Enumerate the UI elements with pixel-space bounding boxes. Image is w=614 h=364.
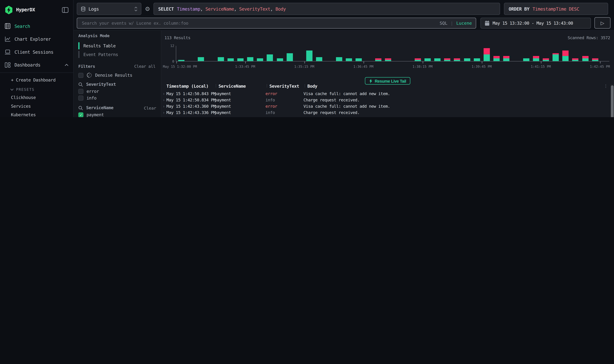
histogram-plot[interactable]: May 15 1:32:00 PM1:33:45 PM1:35:15 PM1:3… (176, 46, 609, 62)
histogram-bar[interactable] (434, 58, 441, 61)
sidebar-item-kubernetes[interactable]: Kubernetes (0, 109, 73, 117)
histogram-bar[interactable] (543, 58, 549, 61)
histogram-bar[interactable] (552, 53, 559, 61)
denoise-icon (87, 72, 92, 78)
select-columns-input[interactable]: SELECT Timestamp, ServiceName, SeverityT… (153, 3, 500, 15)
filter-option-info[interactable]: info (78, 95, 156, 101)
histogram-bar[interactable] (247, 57, 253, 61)
sidebar-item-label: Client Sessions (14, 49, 53, 55)
histogram-bar[interactable] (287, 53, 293, 61)
column-header-severitytext[interactable]: ⋮SeverityText (269, 84, 308, 89)
laptop-icon (5, 49, 11, 55)
sidebar-item-label: Search (14, 23, 30, 29)
order-by-input[interactable]: ORDER BY TimestampTime DESC (504, 3, 608, 15)
query-column: ServiceName (206, 6, 234, 12)
histogram-bar[interactable] (415, 58, 421, 61)
search-input[interactable] (81, 20, 436, 26)
column-resize-handle[interactable]: ⋮ (303, 84, 306, 88)
table-options-icon[interactable]: ⋮ (604, 84, 608, 88)
histogram-bar[interactable] (523, 58, 529, 61)
hyperdx-app: HyperDX Search Chart Explorer Client Ses… (0, 0, 614, 117)
histogram-bar[interactable] (178, 60, 184, 61)
gear-icon[interactable]: ⚙ (145, 6, 150, 13)
table-row[interactable]: ›May 15 1:42:43.336 PMpaymentinfoCharge … (161, 109, 609, 116)
histogram-bar[interactable] (306, 51, 313, 61)
cell-body: Charge request received. (303, 110, 608, 115)
denoise-label: Denoise Results (95, 73, 132, 78)
table-row[interactable]: ›May 15 1:42:36.188 PMpaymenterrorVisa c… (161, 116, 609, 117)
histogram-bar[interactable] (592, 58, 598, 61)
create-dashboard-button[interactable]: + Create Dashboard (0, 73, 73, 83)
order-by-value: TimestampTime DESC (533, 6, 579, 12)
cell-servicename: payment (215, 91, 265, 96)
histogram-bar[interactable] (572, 58, 579, 61)
histogram-bar[interactable] (277, 58, 283, 61)
column-header-servicename[interactable]: ⋮ServiceName (218, 84, 269, 89)
histogram-bar[interactable] (425, 58, 431, 61)
sidebar-item-services[interactable]: Services (0, 100, 73, 109)
filter-group-service-header: ServiceName Clear (78, 105, 156, 110)
column-header-body[interactable]: ⋮Body (307, 84, 608, 89)
sidebar-item-client-sessions[interactable]: Client Sessions (0, 45, 73, 58)
select-updown-icon (134, 6, 137, 11)
histogram-bar[interactable] (582, 56, 588, 61)
histogram-bar[interactable] (503, 56, 509, 61)
histogram-bar[interactable] (227, 58, 234, 61)
scrollbar-thumb[interactable] (611, 85, 614, 117)
select-keyword: SELECT (158, 6, 174, 12)
denoise-checkbox[interactable] (78, 73, 83, 78)
error-checkbox[interactable] (78, 89, 83, 94)
column-resize-handle[interactable]: ⋮ (265, 84, 268, 88)
tab-results-table[interactable]: Results Table (78, 41, 118, 50)
search-icon[interactable] (78, 82, 83, 87)
histogram-bar[interactable] (444, 58, 450, 61)
source-select[interactable]: Logs (77, 3, 141, 15)
info-checkbox[interactable] (78, 95, 83, 101)
clear-all-filters-button[interactable]: Clear all (134, 64, 156, 68)
table-row[interactable]: ›May 15 1:42:43.360 PMpaymenterrorVisa c… (161, 103, 609, 109)
sidebar-item-clickhouse[interactable]: Clickhouse (0, 91, 73, 100)
sidebar-item-dashboards[interactable]: Dashboards (0, 58, 73, 71)
histogram-bar[interactable] (316, 57, 322, 61)
tab-event-patterns[interactable]: Event Patterns (78, 50, 118, 59)
histogram-bar[interactable] (562, 51, 569, 61)
histogram-bar[interactable] (267, 54, 273, 61)
histogram-bar[interactable] (257, 58, 263, 61)
time-range-picker[interactable]: May 15 13:32:00 - May 15 13:43:00 (481, 18, 591, 29)
histogram-bar[interactable] (198, 57, 204, 61)
column-header-timestamp[interactable]: Timestamp (Local) (166, 84, 218, 89)
histogram-bar[interactable] (494, 56, 500, 61)
histogram-bar[interactable] (346, 58, 352, 61)
scrollbar-track[interactable] (611, 84, 614, 117)
table-row[interactable]: ›May 15 1:42:50.834 PMpaymentinfoCharge … (161, 97, 609, 103)
histogram-bar[interactable] (237, 58, 244, 61)
histogram-bar[interactable] (464, 58, 470, 61)
search-icon[interactable] (78, 105, 83, 110)
run-query-button[interactable]: ▷ (594, 17, 611, 29)
histogram-bar[interactable] (336, 57, 342, 61)
resume-live-tail-button[interactable]: Resume Live Tail (365, 77, 410, 85)
sidebar-collapse-icon[interactable] (62, 7, 68, 13)
clear-service-filter-button[interactable]: Clear (144, 105, 156, 110)
presets-toggle[interactable]: PRESETS (0, 83, 73, 91)
histogram-bar[interactable] (483, 48, 490, 61)
payment-checkbox[interactable]: ✓ (78, 112, 83, 117)
tab-indicator (78, 51, 79, 58)
column-resize-handle[interactable]: ⋮ (214, 84, 218, 88)
denoise-filter-row: Denoise Results (78, 72, 156, 78)
cell-timestamp: May 15 1:42:43.360 PM (166, 104, 215, 109)
histogram-bar[interactable] (355, 58, 362, 61)
language-toggle-lucene[interactable]: Lucene (456, 21, 472, 26)
histogram-bar[interactable] (533, 56, 539, 61)
histogram-bar[interactable] (375, 58, 381, 61)
histogram-bar[interactable] (385, 58, 392, 61)
filter-option-error[interactable]: error (78, 89, 156, 94)
table-row[interactable]: ›May 15 1:42:50.843 PMpaymenterrorVisa c… (161, 91, 609, 97)
filter-option-payment[interactable]: ✓ payment (78, 112, 156, 117)
histogram-bar[interactable] (474, 58, 480, 61)
sidebar-item-search[interactable]: Search (0, 20, 73, 32)
histogram-bar[interactable] (454, 58, 460, 61)
histogram-bar[interactable] (218, 57, 224, 61)
sidebar-item-chart-explorer[interactable]: Chart Explorer (0, 32, 73, 45)
language-toggle-sql[interactable]: SQL (440, 21, 447, 26)
